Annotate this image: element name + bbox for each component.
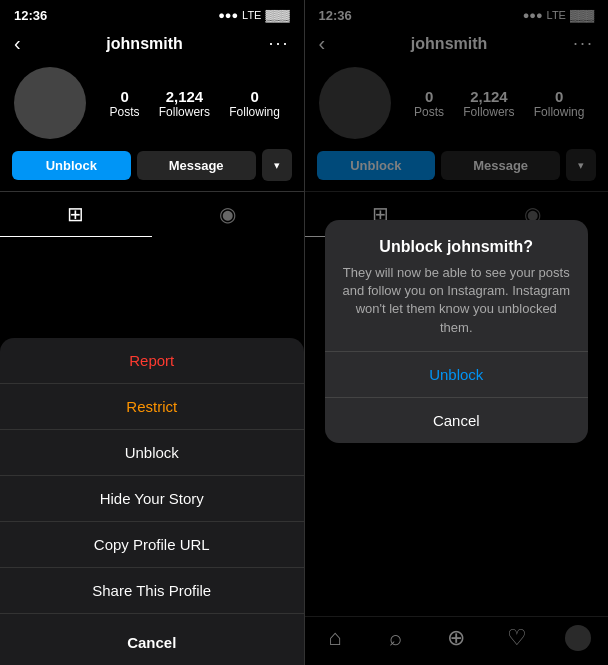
- profile-info-left: 0 Posts 2,124 Followers 0 Following: [0, 61, 304, 149]
- dialog-body: Unblock johnsmith? They will now be able…: [325, 220, 589, 337]
- unblock-item[interactable]: Unblock: [0, 430, 304, 476]
- dropdown-button-left[interactable]: ▾: [262, 149, 292, 181]
- profile-header-left: ‹ johnsmith ···: [0, 28, 304, 61]
- back-button-left[interactable]: ‹: [14, 32, 21, 55]
- left-phone-panel: 12:36 ●●● LTE ▓▓▓ ‹ johnsmith ··· 0 Post…: [0, 0, 304, 665]
- carrier-left: LTE: [242, 9, 261, 21]
- dialog-unblock-button[interactable]: Unblock: [325, 352, 589, 397]
- status-time-left: 12:36: [14, 8, 47, 23]
- cancel-item[interactable]: Cancel: [0, 620, 304, 665]
- action-buttons-left: Unblock Message ▾: [0, 149, 304, 191]
- unblock-dialog: Unblock johnsmith? They will now be able…: [325, 220, 589, 443]
- followers-stat-left: 2,124 Followers: [159, 88, 210, 119]
- tab-grid-left[interactable]: ⊞: [0, 192, 152, 237]
- following-stat-left: 0 Following: [229, 88, 280, 119]
- message-button-left[interactable]: Message: [137, 151, 256, 180]
- restrict-item[interactable]: Restrict: [0, 384, 304, 430]
- dialog-cancel-button[interactable]: Cancel: [325, 397, 589, 443]
- posts-count-left: 0: [120, 88, 128, 105]
- followers-label-left: Followers: [159, 105, 210, 119]
- action-sheet-left: Report Restrict Unblock Hide Your Story …: [0, 338, 304, 665]
- unblock-button-left[interactable]: Unblock: [12, 151, 131, 180]
- report-item[interactable]: Report: [0, 338, 304, 384]
- battery-icon-left: ▓▓▓: [265, 9, 289, 21]
- status-icons-left: ●●● LTE ▓▓▓: [218, 9, 289, 21]
- share-profile-item[interactable]: Share This Profile: [0, 568, 304, 614]
- tagged-icon-left: ◉: [219, 202, 236, 226]
- following-label-left: Following: [229, 105, 280, 119]
- signal-icon-left: ●●●: [218, 9, 238, 21]
- dialog-title: Unblock johnsmith?: [341, 238, 573, 256]
- posts-label-left: Posts: [110, 105, 140, 119]
- profile-tabs-left: ⊞ ◉: [0, 191, 304, 237]
- username-left: johnsmith: [106, 35, 182, 53]
- stats-row-left: 0 Posts 2,124 Followers 0 Following: [100, 88, 290, 119]
- dialog-message: They will now be able to see your posts …: [341, 264, 573, 337]
- status-bar-left: 12:36 ●●● LTE ▓▓▓: [0, 0, 304, 28]
- hide-story-item[interactable]: Hide Your Story: [0, 476, 304, 522]
- posts-stat-left: 0 Posts: [110, 88, 140, 119]
- followers-count-left: 2,124: [166, 88, 204, 105]
- following-count-left: 0: [250, 88, 258, 105]
- avatar-left: [14, 67, 86, 139]
- copy-url-item[interactable]: Copy Profile URL: [0, 522, 304, 568]
- tab-tagged-left[interactable]: ◉: [152, 192, 304, 237]
- grid-icon-left: ⊞: [67, 202, 84, 226]
- right-phone-panel: 12:36 ●●● LTE ▓▓▓ ‹ johnsmith ··· 0 Post…: [305, 0, 609, 665]
- more-button-left[interactable]: ···: [268, 33, 289, 54]
